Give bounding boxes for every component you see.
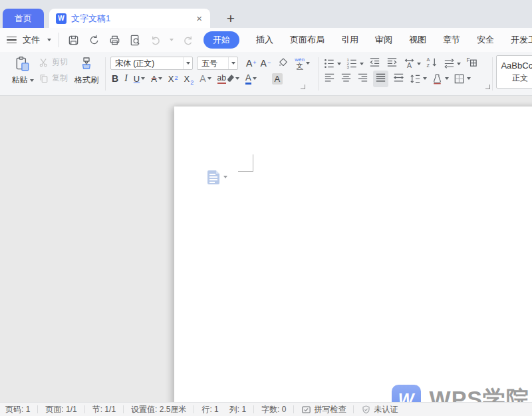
justify-icon[interactable] bbox=[373, 71, 388, 87]
paste-button[interactable]: 粘贴 bbox=[8, 55, 37, 86]
strikethrough-button[interactable]: A bbox=[151, 74, 162, 84]
save-icon[interactable] bbox=[66, 33, 80, 47]
paste-clipboard-icon bbox=[8, 55, 37, 73]
font-size-chevron-icon[interactable] bbox=[228, 57, 237, 69]
certification-status[interactable]: 未认证 bbox=[361, 404, 398, 415]
tab-page-layout[interactable]: 页面布局 bbox=[290, 34, 325, 46]
status-line-column[interactable]: 行: 1 列: 1 bbox=[201, 404, 246, 415]
font-name-select[interactable]: 宋体 (正文) bbox=[110, 57, 193, 70]
copy-label: 复制 bbox=[52, 73, 68, 84]
margin-corner-mark bbox=[253, 154, 253, 172]
phonetic-guide-button[interactable]: wén 文 bbox=[295, 57, 310, 70]
file-menu[interactable]: 文件 bbox=[23, 34, 40, 46]
superscript-button[interactable]: X2 bbox=[168, 74, 178, 84]
phonetic-guide-icon: wén 文 bbox=[295, 57, 305, 70]
paragraph-dialog-launcher-icon[interactable] bbox=[485, 85, 490, 89]
sort-icon[interactable]: A Z bbox=[426, 56, 438, 71]
underline-chevron-icon bbox=[141, 77, 145, 80]
svg-text:Z: Z bbox=[426, 63, 430, 69]
format-painter-label: 格式刷 bbox=[74, 75, 98, 85]
increase-indent-icon[interactable] bbox=[386, 56, 398, 71]
print-preview-icon[interactable] bbox=[128, 33, 142, 47]
tab-review[interactable]: 审阅 bbox=[375, 34, 392, 46]
close-icon[interactable]: × bbox=[195, 13, 203, 24]
wps-writer-window: 首页 W 文字文稿1 × + 文件 bbox=[0, 0, 532, 416]
numbered-list-icon: 123 bbox=[346, 57, 358, 70]
subscript-button[interactable]: X2 bbox=[184, 74, 194, 84]
style-gallery-item-normal[interactable]: AaBbCcD 正文 bbox=[496, 55, 532, 89]
status-line: 行: 1 bbox=[201, 404, 218, 415]
increase-font-size-button[interactable]: A+ bbox=[246, 58, 257, 69]
clear-format-icon[interactable] bbox=[277, 56, 289, 71]
export-pdf-icon[interactable] bbox=[87, 33, 100, 47]
bullet-list-button[interactable] bbox=[323, 57, 341, 70]
font-name-chevron-icon[interactable] bbox=[183, 57, 192, 69]
status-section[interactable]: 节: 1/1 bbox=[92, 404, 116, 415]
text-tool-icon[interactable]: F bbox=[466, 56, 478, 71]
tab-references[interactable]: 引用 bbox=[341, 34, 358, 46]
tab-view[interactable]: 视图 bbox=[409, 34, 426, 46]
decrease-indent-icon[interactable] bbox=[368, 56, 381, 71]
status-page-number[interactable]: 页码: 1 bbox=[5, 404, 30, 415]
new-tab-button[interactable]: + bbox=[222, 10, 239, 27]
status-word-count[interactable]: 字数: 0 bbox=[261, 404, 286, 415]
character-scale-icon: A bbox=[403, 57, 416, 70]
window-tab-bar: 首页 W 文字文稿1 × + bbox=[0, 0, 532, 28]
margin-corner-mark bbox=[238, 171, 253, 172]
copy-icon bbox=[39, 73, 49, 84]
assistant-chevron-down-icon[interactable] bbox=[223, 176, 227, 178]
spell-check-button[interactable]: 拼写检查 bbox=[301, 404, 346, 415]
text-effects-button[interactable]: A bbox=[200, 73, 211, 84]
borders-button[interactable] bbox=[453, 73, 471, 85]
document-tab[interactable]: W 文字文稿1 × bbox=[49, 9, 210, 28]
home-tab[interactable]: 首页 bbox=[3, 9, 44, 28]
ink-bottle-icon bbox=[431, 73, 444, 85]
character-shading-button[interactable]: A bbox=[272, 73, 283, 85]
font-size-select[interactable]: 五号 bbox=[197, 57, 238, 70]
character-scale-button[interactable]: A bbox=[403, 57, 421, 70]
underline-button[interactable]: U bbox=[134, 74, 145, 84]
tab-home[interactable]: 开始 bbox=[203, 31, 239, 49]
document-page[interactable] bbox=[174, 106, 532, 402]
divider bbox=[59, 33, 59, 47]
line-spacing-button[interactable] bbox=[409, 73, 427, 85]
numbered-list-button[interactable]: 123 bbox=[346, 57, 364, 70]
align-right-icon[interactable] bbox=[356, 71, 369, 87]
line-spacing-icon bbox=[409, 73, 422, 85]
print-icon[interactable] bbox=[108, 33, 121, 47]
menu-icon[interactable] bbox=[7, 37, 17, 44]
tab-dev-tools[interactable]: 开发工具 bbox=[511, 34, 532, 46]
file-chevron-down-icon[interactable] bbox=[47, 39, 51, 41]
format-painter-button[interactable]: 格式刷 bbox=[70, 55, 102, 86]
font-dialog-launcher-icon[interactable] bbox=[301, 85, 305, 89]
highlight-button[interactable]: ab bbox=[217, 73, 239, 84]
cut-label: 剪切 bbox=[52, 57, 68, 68]
show-marks-button[interactable] bbox=[443, 57, 461, 70]
spell-check-icon bbox=[301, 405, 311, 415]
font-color-button[interactable]: A bbox=[245, 73, 257, 85]
tab-section[interactable]: 章节 bbox=[443, 34, 460, 46]
status-margin-setting[interactable]: 设置值: 2.5厘米 bbox=[131, 404, 186, 415]
tab-insert[interactable]: 插入 bbox=[256, 34, 273, 46]
bold-button[interactable]: B bbox=[112, 73, 118, 84]
distribute-icon[interactable] bbox=[392, 71, 405, 87]
ribbon-tabs: 开始 插入 页面布局 引用 审阅 视图 章节 安全 开发工具 bbox=[203, 28, 532, 52]
align-center-icon[interactable] bbox=[340, 71, 352, 87]
shading-button[interactable] bbox=[431, 73, 449, 85]
highlight-pen-icon bbox=[227, 75, 234, 83]
font-controls-row: 宋体 (正文) 五号 A+ A− wén 文 bbox=[110, 56, 310, 71]
align-left-icon[interactable] bbox=[323, 71, 336, 87]
status-pages[interactable]: 页面: 1/1 bbox=[45, 404, 76, 415]
svg-text:3: 3 bbox=[346, 65, 349, 69]
font-color-chevron-icon bbox=[253, 77, 257, 80]
decrease-font-size-button[interactable]: A− bbox=[261, 58, 271, 69]
strikethrough-chevron-icon bbox=[158, 77, 162, 80]
italic-button[interactable]: I bbox=[124, 73, 128, 84]
status-bar: 页码: 1 页面: 1/1 节: 1/1 设置值: 2.5厘米 行: 1 列: … bbox=[0, 402, 532, 416]
document-tab-label: 文字文稿1 bbox=[71, 13, 195, 25]
document-assistant-icon[interactable] bbox=[207, 170, 219, 184]
paragraph-row-2 bbox=[323, 71, 471, 86]
svg-text:A: A bbox=[407, 62, 412, 69]
menu-row: 文件 bbox=[0, 28, 532, 52]
tab-security[interactable]: 安全 bbox=[477, 34, 494, 46]
